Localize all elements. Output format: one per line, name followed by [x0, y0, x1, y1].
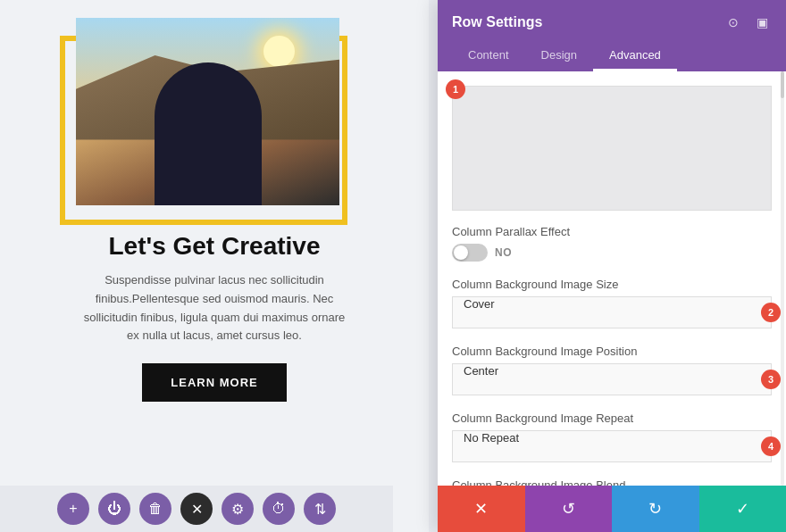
hero-photo [76, 18, 339, 205]
page-preview: Let's Get Creative Suspendisse pulvinar … [0, 0, 429, 532]
position-input-row: Center 3 [452, 363, 772, 395]
add-button[interactable]: + [57, 493, 89, 525]
page-body-text: Suspendisse pulvinar lacus nec sollicitu… [80, 271, 348, 345]
blend-label: Column Background Image Blend [452, 478, 772, 486]
parallax-toggle[interactable] [452, 244, 488, 262]
position-label: Column Background Image Position [452, 345, 772, 358]
panel-header-top: Row Settings ⊙ ▣ [452, 12, 772, 32]
size-label: Column Background Image Size [452, 278, 772, 291]
panel-tabs: Content Design Advanced [452, 41, 772, 71]
cancel-button[interactable]: ✕ [438, 486, 525, 532]
size-input-row: Cover 2 [452, 296, 772, 328]
tab-design[interactable]: Design [525, 41, 593, 71]
scrollbar-thumb[interactable] [781, 71, 784, 98]
repeat-input-row: No Repeat 4 [452, 430, 772, 462]
panel-title: Row Settings [452, 14, 542, 30]
hero-image-wrapper [76, 18, 353, 214]
sun [263, 36, 295, 67]
image-preview[interactable]: 1 [452, 86, 772, 211]
badge-2: 2 [761, 303, 781, 322]
panel-header: Row Settings ⊙ ▣ Content Design Advanced [438, 0, 786, 71]
toggle-row: NO [452, 244, 772, 262]
person [187, 107, 249, 205]
tab-content[interactable]: Content [452, 41, 525, 71]
page-toolbar: + ⏻ 🗑 ✕ ⚙ ⏱ ⇅ [0, 486, 393, 532]
position-input[interactable]: Center [452, 363, 772, 395]
repeat-label: Column Background Image Repeat [452, 411, 772, 425]
panel-actions: ✕ ↺ ↻ ✓ [438, 486, 786, 532]
position-field: Column Background Image Position Center … [452, 345, 772, 395]
person-head [205, 107, 231, 134]
toggle-label: NO [495, 246, 512, 259]
power-button[interactable]: ⏻ [98, 493, 130, 525]
badge-1: 1 [446, 79, 465, 99]
close-toolbar-button[interactable]: ✕ [180, 493, 213, 525]
repeat-input[interactable]: No Repeat [452, 430, 772, 462]
settings-icon[interactable]: ⊙ [723, 12, 743, 32]
person-body [196, 134, 240, 196]
row-settings-panel: Row Settings ⊙ ▣ Content Design Advanced… [438, 0, 786, 532]
page-title: Let's Get Creative [109, 232, 321, 261]
scrollbar-track [781, 71, 784, 486]
toggle-thumb [454, 245, 468, 260]
confirm-button[interactable]: ✓ [699, 486, 787, 532]
size-input[interactable]: Cover [452, 296, 772, 328]
redo-button[interactable]: ↻ [612, 486, 699, 532]
size-field: Column Background Image Size Cover 2 [452, 278, 772, 328]
blend-field: Column Background Image Blend Normal 5 [452, 478, 772, 486]
panel-header-icons: ⊙ ▣ [723, 12, 772, 32]
learn-more-button[interactable]: LEARN MORE [142, 363, 286, 402]
trash-button[interactable]: 🗑 [139, 493, 171, 525]
parallax-label: Column Parallax Effect [452, 225, 772, 238]
tab-advanced[interactable]: Advanced [593, 41, 677, 71]
settings-toolbar-button[interactable]: ⚙ [222, 493, 254, 525]
reset-button[interactable]: ↺ [525, 486, 613, 532]
layout-icon[interactable]: ▣ [752, 12, 772, 32]
bars-button[interactable]: ⇅ [304, 493, 336, 525]
repeat-field: Column Background Image Repeat No Repeat… [452, 411, 772, 462]
panel-body: 1 Column Parallax Effect NO Column Backg… [438, 71, 786, 486]
parallax-field: Column Parallax Effect NO [452, 225, 772, 262]
badge-3: 3 [761, 370, 781, 389]
badge-4: 4 [761, 436, 781, 456]
clock-button[interactable]: ⏱ [263, 493, 295, 525]
